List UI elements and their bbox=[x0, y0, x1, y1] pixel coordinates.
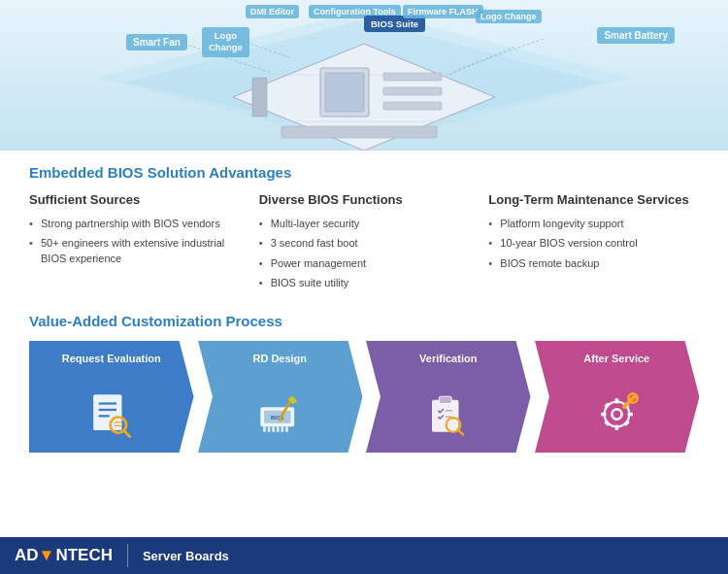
bios-chip-icon: BIOS bbox=[253, 388, 307, 441]
step1-label-area: Request Evaluation bbox=[29, 341, 194, 376]
list-item: Platform longevity support bbox=[488, 217, 699, 231]
label-smart-battery: Smart Battery bbox=[597, 27, 675, 44]
embedded-section-title: Embedded BIOS Solution Advantages bbox=[29, 164, 699, 181]
advantages-grid: Sufficient Sources Strong partnership wi… bbox=[29, 192, 699, 295]
value-section-title: Value-Added Customization Process bbox=[29, 313, 699, 329]
label-firmware-flash: Firmware FLASH bbox=[403, 5, 483, 18]
svg-rect-9 bbox=[383, 102, 442, 110]
step-verification: Verification bbox=[366, 341, 531, 453]
list-item: Strong partnership with BIOS vendors bbox=[29, 217, 240, 231]
step4-icon-area bbox=[535, 376, 700, 453]
main-content: Embedded BIOS Solution Advantages Suffic… bbox=[0, 151, 728, 462]
svg-rect-11 bbox=[281, 126, 437, 138]
list-item: 3 second fast boot bbox=[259, 236, 470, 251]
long-term-col: Long-Term Maintenance Services Platform … bbox=[488, 192, 699, 295]
step-rd-design: RD Design BIOS bbox=[198, 341, 363, 453]
label-dmi-editor: DMI Editor bbox=[246, 5, 299, 18]
diagram-area: Smart Fan LogoChange DMI Editor Configur… bbox=[0, 0, 728, 151]
diverse-functions-title: Diverse BIOS Functions bbox=[259, 192, 470, 209]
long-term-list: Platform longevity support 10-year BIOS … bbox=[488, 217, 699, 271]
step3-label-area: Verification bbox=[366, 341, 531, 376]
process-steps: Request Evaluation bbox=[29, 341, 699, 453]
svg-line-22 bbox=[124, 430, 130, 436]
sufficient-sources-col: Sufficient Sources Strong partnership wi… bbox=[29, 192, 259, 295]
svg-rect-32 bbox=[277, 427, 280, 433]
sufficient-sources-title: Sufficient Sources bbox=[29, 192, 240, 209]
svg-rect-31 bbox=[272, 427, 275, 433]
step2-label-area: RD Design bbox=[198, 341, 363, 376]
label-logo-change-right: Logo Change bbox=[476, 10, 542, 23]
diverse-functions-list: Multi-layer security 3 second fast boot … bbox=[259, 217, 470, 291]
long-term-title: Long-Term Maintenance Services bbox=[488, 192, 699, 209]
footer-logo: AD▼NTECH bbox=[15, 546, 113, 565]
svg-rect-8 bbox=[383, 87, 442, 95]
list-item: BIOS remote backup bbox=[488, 256, 699, 271]
list-item: Multi-layer security bbox=[259, 217, 470, 231]
footer: AD▼NTECH Server Boards bbox=[0, 537, 728, 574]
label-logo-change-left: LogoChange bbox=[202, 27, 249, 57]
step3-label: Verification bbox=[414, 353, 481, 365]
step2-label: RD Design bbox=[248, 353, 312, 365]
clipboard-search-icon bbox=[421, 388, 475, 441]
footer-subtitle: Server Boards bbox=[143, 549, 229, 563]
svg-rect-33 bbox=[281, 427, 283, 433]
svg-rect-39 bbox=[432, 400, 459, 432]
svg-rect-10 bbox=[252, 78, 267, 117]
svg-rect-29 bbox=[263, 427, 266, 433]
search-doc-icon bbox=[84, 388, 138, 441]
svg-rect-53 bbox=[627, 413, 633, 417]
svg-rect-52 bbox=[601, 413, 607, 417]
list-item: BIOS suite utility bbox=[259, 276, 470, 290]
diverse-functions-col: Diverse BIOS Functions Multi-layer secur… bbox=[259, 192, 489, 295]
label-smart-fan: Smart Fan bbox=[126, 34, 187, 51]
step4-label-area: After Service bbox=[535, 341, 700, 376]
step2-icon-area: BIOS bbox=[198, 376, 363, 453]
step3-icon-area bbox=[366, 376, 531, 453]
footer-divider bbox=[127, 544, 128, 567]
svg-point-49 bbox=[613, 411, 620, 418]
sufficient-sources-list: Strong partnership with BIOS vendors 50+… bbox=[29, 217, 240, 266]
wrench-icon bbox=[590, 388, 644, 441]
svg-line-45 bbox=[458, 430, 464, 436]
svg-rect-6 bbox=[325, 73, 364, 112]
list-item: 10-year BIOS version control bbox=[488, 236, 699, 251]
footer-brand: AD▼NTECH bbox=[0, 546, 113, 565]
step1-icon-area bbox=[29, 376, 194, 453]
svg-rect-40 bbox=[440, 397, 452, 404]
step-request-evaluation: Request Evaluation bbox=[29, 341, 194, 453]
step4-label: After Service bbox=[579, 353, 654, 365]
list-item: Power management bbox=[259, 256, 470, 271]
svg-rect-7 bbox=[383, 73, 442, 81]
list-item: 50+ engineers with extensive industrial … bbox=[29, 236, 240, 266]
svg-rect-17 bbox=[93, 395, 121, 431]
step-after-service: After Service bbox=[535, 341, 700, 453]
svg-rect-34 bbox=[285, 427, 288, 433]
svg-rect-30 bbox=[267, 427, 270, 433]
svg-rect-50 bbox=[614, 398, 618, 404]
step1-label: Request Evaluation bbox=[57, 353, 166, 365]
svg-rect-51 bbox=[614, 425, 618, 431]
